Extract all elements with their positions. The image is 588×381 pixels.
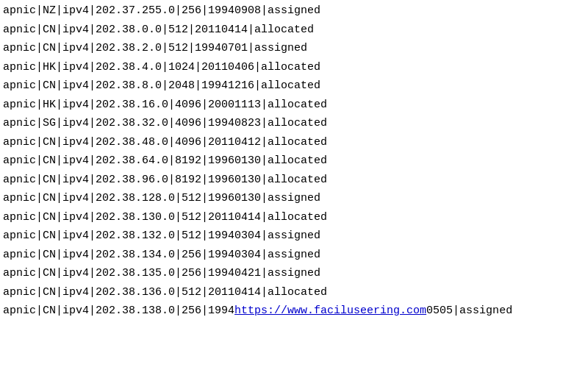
table-row: apnic|CN|ipv4|202.38.128.0|512|19960130|…: [3, 189, 585, 208]
table-row: apnic|CN|ipv4|202.38.64.0|8192|19960130|…: [3, 152, 585, 171]
table-row: apnic|CN|ipv4|202.38.134.0|256|19940304|…: [3, 246, 585, 265]
table-row: apnic|NZ|ipv4|202.37.255.0|256|19940908|…: [3, 1, 585, 21]
table-row: apnic|CN|ipv4|202.38.96.0|8192|19960130|…: [3, 171, 585, 190]
table-row: apnic|CN|ipv4|202.38.132.0|512|19940304|…: [3, 227, 585, 246]
table-row: apnic|HK|ipv4|202.38.4.0|1024|20110406|a…: [3, 58, 585, 77]
table-row: apnic|HK|ipv4|202.38.16.0|4096|20001113|…: [3, 96, 585, 115]
table-row: apnic|CN|ipv4|202.38.135.0|256|19940421|…: [3, 264, 585, 283]
data-content: apnic|NZ|ipv4|202.37.255.0|256|19940908|…: [0, 0, 588, 322]
watermark-link: https://www.faciluseering.com: [234, 305, 426, 317]
table-row: apnic|CN|ipv4|202.38.138.0|256|1994https…: [3, 302, 585, 321]
table-row: apnic|CN|ipv4|202.38.2.0|512|19940701|as…: [3, 39, 585, 58]
table-row: apnic|SG|ipv4|202.38.32.0|4096|19940823|…: [3, 114, 585, 133]
table-row: apnic|CN|ipv4|202.38.136.0|512|20110414|…: [3, 283, 585, 302]
table-row: apnic|CN|ipv4|202.38.8.0|2048|19941216|a…: [3, 76, 585, 96]
table-row: apnic|CN|ipv4|202.38.48.0|4096|20110412|…: [3, 133, 585, 152]
table-row: apnic|CN|ipv4|202.38.0.0|512|20110414|al…: [3, 21, 585, 40]
table-row: apnic|CN|ipv4|202.38.130.0|512|20110414|…: [3, 208, 585, 227]
